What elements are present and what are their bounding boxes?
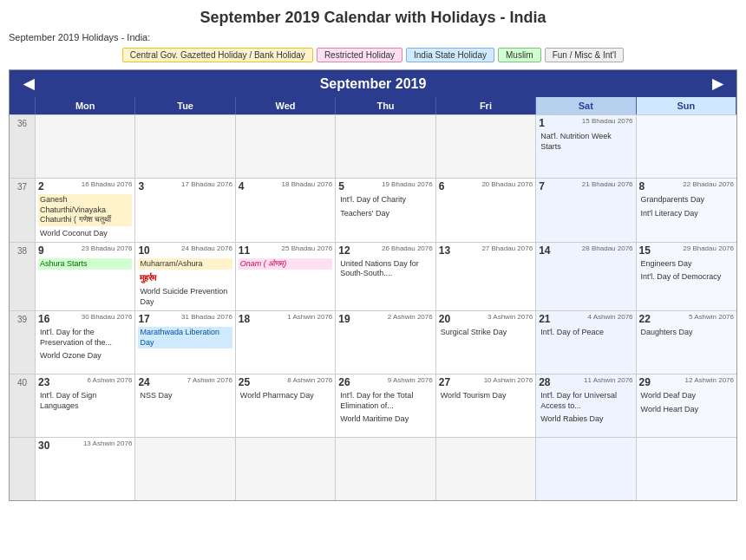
lunar-3-0: 30 Bhadau 2076	[82, 313, 133, 322]
day-num-5: 5	[338, 180, 344, 192]
event-1-0-1: World Coconut Day	[38, 228, 132, 240]
event-4-4-0: World Tourism Day	[439, 390, 533, 402]
day-num-15: 15	[639, 244, 651, 257]
event-3-0-1: World Ozone Day	[38, 350, 132, 362]
legend: Central Gov. Gazetted Holiday / Bank Hol…	[9, 48, 737, 62]
day-num-9: 9	[38, 244, 44, 257]
lunar-4-6: 12 Ashwin 2076	[685, 376, 735, 385]
event-2-6-0: Engineers Day	[639, 258, 734, 270]
cell-0-3	[336, 115, 435, 178]
day-header-sun: Sun	[637, 97, 736, 114]
event-0-5-0: Nat'l. Nutrition Week Starts	[539, 131, 632, 153]
week-num-2: 38	[10, 243, 36, 310]
legend-muslim: Muslim	[498, 48, 541, 62]
cell-1-0: 216 Bhadau 2076Ganesh Chaturthi/Vinayaka…	[36, 179, 135, 242]
day-num-4: 4	[239, 180, 245, 192]
event-2-1-0: Muharram/Ashura	[138, 258, 232, 270]
legend-state: India State Holiday	[406, 48, 494, 62]
day-num-24: 24	[138, 376, 149, 388]
lunar-2-4: 27 Bhadau 2076	[481, 244, 533, 253]
lunar-1-3: 19 Bhadau 2076	[382, 180, 433, 189]
lunar-1-4: 20 Bhadau 2076	[481, 180, 533, 189]
week-row-0: 36115 Bhadau 2076Nat'l. Nutrition Week S…	[10, 114, 736, 178]
calendar-wrapper: ◀ September 2019 ▶ Mon Tue Wed Thu Fri S…	[9, 69, 737, 501]
day-num-25: 25	[239, 376, 250, 388]
lunar-2-2: 25 Bhadau 2076	[282, 244, 333, 253]
lunar-0-5: 15 Bhadau 2076	[582, 117, 633, 126]
event-4-1-0: NSS Day	[138, 390, 232, 402]
cell-4-6: 2912 Ashwin 2076World Deaf DayWorld Hear…	[637, 374, 736, 437]
day-num-21: 21	[539, 313, 550, 325]
event-3-1-0: Marathwada Liberation Day	[138, 327, 232, 348]
cell-3-1: 1731 Bhadau 2076Marathwada Liberation Da…	[135, 311, 235, 374]
week-num-1: 37	[10, 179, 36, 242]
day-num-12: 12	[338, 244, 350, 257]
cell-3-3: 192 Ashwin 2076	[336, 311, 435, 374]
event-4-2-0: World Pharmacy Day	[239, 390, 332, 402]
lunar-3-6: 5 Ashwin 2076	[689, 313, 734, 322]
cell-5-0: 3013 Ashwin 2076	[36, 438, 135, 500]
subtitle: September 2019 Holidays - India:	[9, 32, 737, 42]
event-4-5-0: Int'l. Day for Universal Access to...	[539, 390, 632, 412]
page-title: September 2019 Calendar with Holidays - …	[9, 9, 737, 27]
day-header-wed: Wed	[236, 97, 336, 114]
day-num-20: 20	[439, 313, 450, 325]
day-num-17: 17	[138, 313, 149, 325]
lunar-2-6: 29 Bhadau 2076	[683, 244, 734, 253]
event-2-2-0: Onam ( ओणम्)	[239, 258, 332, 270]
next-month-button[interactable]: ▶	[707, 75, 728, 92]
legend-central: Central Gov. Gazetted Holiday / Bank Hol…	[122, 48, 313, 62]
lunar-3-5: 4 Ashwin 2076	[588, 313, 633, 322]
week-num-0: 36	[10, 115, 36, 178]
day-num-14: 14	[539, 244, 550, 257]
lunar-1-0: 16 Bhadau 2076	[82, 180, 133, 189]
cell-3-6: 225 Ashwin 2076Daughters Day	[637, 311, 736, 374]
day-header-sat: Sat	[536, 97, 636, 114]
week-row-3: 391630 Bhadau 2076Int'l. Day for the Pre…	[10, 310, 736, 374]
event-2-1-1: मुहर्रम	[138, 271, 232, 284]
cell-3-4: 203 Ashwin 2076Surgical Strike Day	[436, 311, 536, 374]
week-row-1: 37216 Bhadau 2076Ganesh Chaturthi/Vinaya…	[10, 178, 736, 242]
event-1-6-0: Grandparents Day	[639, 194, 734, 206]
cell-4-0: 236 Ashwin 2076Int'l. Day of Sign Langua…	[36, 374, 135, 437]
calendar-grid: 36115 Bhadau 2076Nat'l. Nutrition Week S…	[10, 114, 736, 500]
prev-month-button[interactable]: ◀	[18, 75, 39, 92]
cell-2-3: 1226 Bhadau 2076United Nations Day for S…	[336, 243, 435, 310]
day-num-19: 19	[338, 313, 350, 325]
cell-5-6	[637, 438, 736, 500]
lunar-3-3: 2 Ashwin 2076	[388, 313, 433, 322]
lunar-1-2: 18 Bhadau 2076	[282, 180, 333, 189]
week-num-4: 40	[10, 374, 36, 437]
cell-2-4: 1327 Bhadau 2076	[436, 243, 536, 310]
cell-3-2: 181 Ashwin 2076	[236, 311, 336, 374]
day-num-6: 6	[439, 180, 445, 192]
day-num-16: 16	[38, 313, 49, 325]
day-num-22: 22	[639, 313, 651, 325]
day-num-27: 27	[439, 376, 450, 388]
week-num-header	[10, 97, 36, 114]
day-num-29: 29	[639, 376, 651, 388]
cell-0-5: 115 Bhadau 2076Nat'l. Nutrition Week Sta…	[536, 115, 636, 178]
cell-4-1: 247 Ashwin 2076NSS Day	[135, 374, 235, 437]
event-4-5-1: World Rabies Day	[539, 413, 632, 426]
week-num-5	[10, 438, 36, 500]
cell-3-0: 1630 Bhadau 2076Int'l. Day for the Prese…	[36, 311, 135, 374]
event-4-6-1: World Heart Day	[639, 404, 734, 416]
day-header-tue: Tue	[135, 97, 235, 114]
day-headers-row: Mon Tue Wed Thu Fri Sat Sun	[10, 97, 736, 114]
event-2-1-2: World Suicide Prevention Day	[138, 286, 232, 308]
cell-2-1: 1024 Bhadau 2076Muharram/Ashuraमुहर्रमWo…	[135, 243, 235, 310]
day-num-1: 1	[539, 117, 545, 129]
lunar-4-3: 9 Ashwin 2076	[388, 376, 433, 385]
lunar-3-1: 31 Bhadau 2076	[181, 313, 232, 322]
lunar-1-6: 22 Bhadau 2076	[683, 180, 734, 189]
lunar-4-2: 8 Ashwin 2076	[287, 376, 332, 385]
cell-0-2	[236, 115, 336, 178]
day-num-11: 11	[239, 244, 250, 257]
cell-1-6: 822 Bhadau 2076Grandparents DayInt'l Lit…	[637, 179, 736, 242]
day-num-18: 18	[239, 313, 250, 325]
cell-5-5	[536, 438, 636, 500]
cell-4-2: 258 Ashwin 2076World Pharmacy Day	[236, 374, 336, 437]
week-num-3: 39	[10, 311, 36, 374]
event-4-0-0: Int'l. Day of Sign Languages	[38, 390, 132, 412]
